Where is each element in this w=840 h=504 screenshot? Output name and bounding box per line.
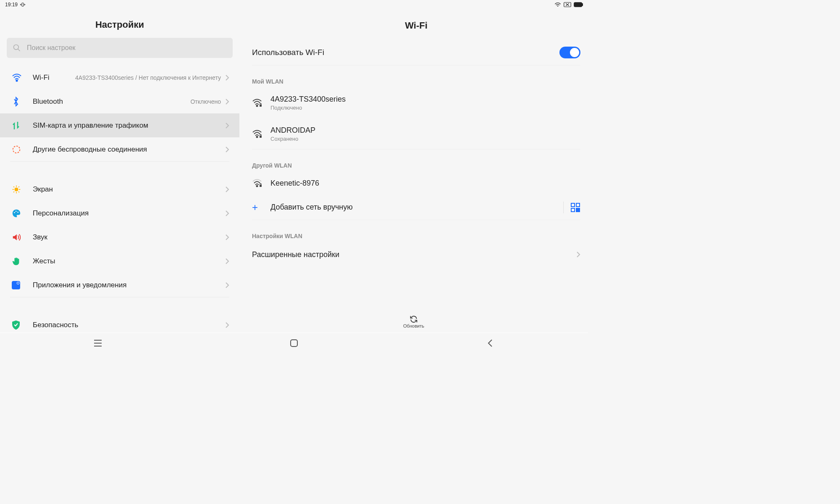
network-row[interactable]: 4A9233-TS3400series Подключено (252, 87, 580, 118)
chevron-right-icon (225, 234, 229, 241)
sidebar-item-gestures[interactable]: Жесты (0, 249, 239, 273)
divider (563, 202, 564, 213)
chevron-right-icon (225, 122, 229, 129)
wifi-lock-icon (252, 179, 262, 187)
sidebar-item-sublabel: Отключено (63, 98, 225, 105)
svg-rect-17 (260, 136, 262, 138)
battery-icon (574, 2, 583, 7)
sidebar-item-security[interactable]: Безопасность (0, 313, 239, 337)
svg-rect-3 (582, 3, 583, 5)
sidebar-item-personalization[interactable]: Персонализация (0, 201, 239, 225)
chevron-right-icon (225, 258, 229, 265)
svg-point-14 (257, 105, 258, 107)
bluetooth-icon (12, 97, 20, 107)
svg-rect-20 (571, 203, 575, 207)
chevron-right-icon (225, 210, 229, 217)
advanced-settings-label: Расширенные настройки (252, 250, 339, 259)
my-wlan-header: Мой WLAN (252, 66, 580, 87)
sidebar-title: Настройки (0, 9, 239, 38)
svg-point-9 (16, 210, 17, 212)
chevron-right-icon (225, 282, 229, 289)
sidebar-item-other-wireless[interactable]: Другие беспроводные соединения (0, 137, 239, 161)
network-status: Сохранено (270, 136, 315, 142)
svg-point-13 (17, 282, 19, 284)
svg-rect-21 (576, 203, 580, 207)
network-name: Keenetic-8976 (270, 179, 319, 188)
svg-point-8 (14, 212, 15, 213)
data-traffic-icon (12, 121, 20, 130)
other-wlan-header: Другой WLAN (252, 150, 580, 171)
sidebar-item-sublabel: 4A9233-TS3400series / Нет подключения к … (50, 74, 225, 81)
sidebar-item-wifi[interactable]: Wi-Fi 4A9233-TS3400series / Нет подключе… (0, 66, 239, 89)
advanced-settings-row[interactable]: Расширенные настройки (252, 242, 580, 267)
network-row[interactable]: ANDROIDAP Сохранено (252, 118, 580, 150)
search-box[interactable] (7, 38, 233, 58)
svg-point-18 (257, 186, 258, 187)
svg-point-4 (14, 45, 19, 50)
svg-rect-23 (576, 208, 578, 210)
network-row[interactable]: Keenetic-8976 (252, 171, 580, 195)
sound-icon (12, 233, 21, 242)
sidebar-item-label: SIM-карта и управление трафиком (33, 121, 148, 130)
refresh-button[interactable]: Обновить (239, 311, 588, 333)
home-icon (290, 339, 298, 347)
nav-home-button[interactable] (269, 339, 319, 347)
chevron-right-icon (576, 251, 580, 258)
search-input[interactable] (27, 44, 227, 52)
wlan-settings-header: Настройки WLAN (252, 220, 580, 242)
svg-point-16 (257, 136, 258, 137)
status-bar: 19:19 (0, 0, 588, 9)
svg-rect-25 (576, 210, 578, 212)
display-icon (12, 185, 21, 194)
chevron-right-icon (225, 98, 229, 105)
menu-icon (93, 339, 102, 347)
wifi-lock-icon (252, 99, 262, 107)
svg-point-6 (13, 146, 20, 153)
svg-point-10 (17, 211, 18, 213)
network-name: 4A9233-TS3400series (270, 95, 346, 104)
back-icon (487, 339, 493, 347)
refresh-icon (410, 315, 418, 323)
svg-point-5 (16, 80, 17, 81)
chevron-right-icon (225, 146, 229, 153)
hand-icon (12, 257, 21, 266)
network-name: ANDROIDAP (270, 126, 315, 135)
wifi-toggle-switch[interactable] (559, 47, 580, 58)
svg-rect-24 (578, 208, 580, 210)
svg-rect-22 (571, 208, 575, 212)
nav-recent-button[interactable] (73, 339, 123, 347)
svg-point-7 (14, 187, 18, 191)
sidebar-item-label: Жесты (33, 257, 55, 265)
sidebar-item-label: Wi-Fi (33, 74, 50, 82)
panel-title: Wi-Fi (252, 9, 580, 39)
wifi-panel: Wi-Fi Использовать Wi-Fi Мой WLAN 4A9233… (239, 9, 588, 333)
add-network-label: Добавить сеть вручную (270, 203, 563, 212)
status-time: 19:19 (5, 2, 18, 8)
sidebar-item-label: Другие беспроводные соединения (33, 145, 147, 154)
svg-rect-26 (578, 210, 580, 212)
svg-rect-19 (260, 185, 262, 187)
svg-rect-0 (22, 3, 24, 6)
chevron-right-icon (225, 322, 229, 328)
sidebar-item-apps[interactable]: Приложения и уведомления (0, 273, 239, 297)
svg-rect-15 (260, 105, 262, 107)
apps-icon (12, 281, 20, 289)
sidebar-item-label: Bluetooth (33, 97, 63, 106)
sidebar-item-sim[interactable]: SIM-карта и управление трафиком (0, 113, 239, 137)
sidebar-item-sound[interactable]: Звук (0, 225, 239, 249)
sidebar-item-bluetooth[interactable]: Bluetooth Отключено (0, 89, 239, 113)
sidebar-item-label: Безопасность (33, 321, 78, 329)
nav-back-button[interactable] (465, 339, 515, 347)
sidebar-item-label: Приложения и уведомления (33, 281, 126, 289)
sidebar-item-display[interactable]: Экран (0, 177, 239, 201)
add-network-row[interactable]: + Добавить сеть вручную (252, 195, 580, 220)
qr-code-icon[interactable] (570, 202, 580, 213)
refresh-label: Обновить (403, 323, 424, 328)
chevron-right-icon (225, 186, 229, 193)
wifi-toggle-row[interactable]: Использовать Wi-Fi (252, 39, 580, 66)
wireless-icon (12, 145, 21, 154)
svg-rect-27 (291, 340, 297, 346)
wifi-toggle-label: Использовать Wi-Fi (252, 48, 324, 57)
vibrate-icon (20, 2, 25, 7)
wifi-icon (12, 74, 22, 82)
